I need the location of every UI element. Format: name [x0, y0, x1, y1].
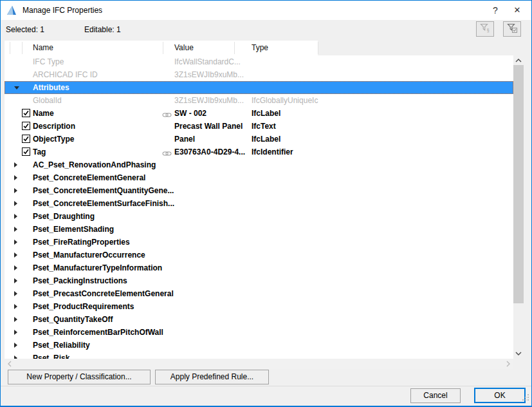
column-header-value[interactable]: Value [174, 41, 194, 55]
pset-group-row[interactable]: Pset_Risk [5, 352, 513, 359]
pset-group-row[interactable]: Pset_ReinforcementBarPitchOfWall [5, 326, 513, 339]
scroll-down-icon[interactable] [513, 350, 524, 357]
group-label: Pset_ConcreteElementQuantityGene... [33, 184, 174, 197]
expand-arrow-icon[interactable] [14, 201, 17, 206]
expand-arrow-icon[interactable] [14, 330, 17, 335]
filter-properties-button[interactable]: § [476, 21, 494, 37]
group-label: Pset_ManufacturerOccurrence [33, 249, 145, 261]
footer-divider [1, 386, 531, 386]
row-checkbox[interactable] [22, 122, 30, 130]
new-property-classification-button[interactable]: New Property / Classification... [8, 370, 151, 384]
group-label: AC_Pset_RenovationAndPhasing [33, 158, 156, 171]
manage-ifc-properties-dialog: Manage IFC Properties ? ✕ Selected: 1 Ed… [0, 0, 532, 407]
property-type: IfcGloballyUniqueIc [252, 94, 318, 107]
property-row[interactable]: NameSW - 002IfcLabel [5, 107, 513, 120]
pset-group-row[interactable]: Attributes [5, 81, 513, 94]
pset-group-row[interactable]: Pset_ElementShading [5, 223, 513, 236]
pset-group-row[interactable]: Pset_Draughting [5, 210, 513, 223]
expand-arrow-icon[interactable] [14, 278, 17, 283]
archicad-logo-icon [6, 5, 17, 15]
funnel-paragraph-icon: § [480, 23, 491, 36]
link-icon [162, 111, 172, 120]
expand-arrow-icon[interactable] [14, 252, 17, 258]
property-name: Description [33, 120, 75, 133]
apply-predefined-rule-button[interactable]: Apply Predefined Rule... [155, 370, 269, 384]
property-row[interactable]: ARCHICAD IFC ID3Z1sEWJIb9xuMb... [5, 68, 513, 81]
pset-group-row[interactable]: Pset_PackingInstructions [5, 274, 513, 287]
property-type: IfcLabel [252, 133, 280, 146]
funnel-checkbox-icon [507, 23, 518, 36]
group-label: Pset_ConcreteElementSurfaceFinish... [33, 197, 174, 210]
property-row[interactable]: ObjectTypePanelIfcLabel [5, 133, 513, 146]
property-value: E30763A0-4D29-4... [174, 146, 245, 158]
table-body: IFC TypeIfcWallStandardC...ARCHICAD IFC … [5, 55, 513, 359]
pset-group-row[interactable]: Pset_ConcreteElementGeneral [5, 171, 513, 184]
property-value: 3Z1sEWJIb9xuMb... [174, 94, 244, 107]
property-value: 3Z1sEWJIb9xuMb... [174, 68, 244, 81]
row-checkbox[interactable] [22, 147, 30, 156]
expand-arrow-icon[interactable] [14, 317, 17, 322]
editable-count-label: Editable: 1 [84, 20, 121, 40]
pset-group-row[interactable]: Pset_FireRatingProperties [5, 236, 513, 249]
filter-checked-button[interactable] [503, 21, 521, 37]
resize-grip[interactable] [522, 392, 529, 403]
property-type: IfcText [252, 120, 276, 133]
group-label: Pset_Draughting [33, 210, 95, 223]
property-name: ARCHICAD IFC ID [33, 68, 98, 81]
property-name: GlobalId [33, 94, 62, 107]
horizontal-scrollbar[interactable] [5, 359, 513, 369]
ok-button[interactable]: OK [474, 388, 526, 403]
property-value: Precast Wall Panel [174, 120, 243, 133]
expand-arrow-icon[interactable] [14, 188, 17, 193]
property-row[interactable]: GlobalId3Z1sEWJIb9xuMb...IfcGloballyUniq… [5, 94, 513, 107]
group-label: Pset_Risk [33, 352, 69, 359]
group-label: Pset_FireRatingProperties [33, 236, 130, 249]
properties-table: Name Value Type IFC TypeIfcWallStandardC… [5, 41, 524, 359]
property-row[interactable]: IFC TypeIfcWallStandardC... [5, 55, 513, 68]
title-bar: Manage IFC Properties ? ✕ [1, 1, 531, 20]
expand-arrow-icon[interactable] [14, 265, 17, 270]
column-header-type[interactable]: Type [252, 41, 268, 55]
row-checkbox[interactable] [22, 109, 30, 117]
pset-group-row[interactable]: Pset_ConcreteElementSurfaceFinish... [5, 197, 513, 210]
column-header-name[interactable]: Name [33, 41, 53, 55]
pset-group-row[interactable]: Pset_ManufacturerOccurrence [5, 249, 513, 261]
expand-arrow-icon[interactable] [14, 240, 17, 245]
pset-group-row[interactable]: AC_Pset_RenovationAndPhasing [5, 158, 513, 171]
property-value: IfcWallStandardC... [174, 55, 241, 68]
expand-arrow-icon[interactable] [14, 175, 17, 180]
scroll-right-icon[interactable] [504, 359, 512, 369]
collapse-arrow-icon[interactable] [14, 86, 19, 90]
property-name: ObjectType [33, 133, 74, 146]
expand-arrow-icon[interactable] [14, 304, 17, 309]
pset-group-row[interactable]: Pset_ProductRequirements [5, 300, 513, 313]
row-checkbox[interactable] [22, 135, 30, 143]
pset-group-row[interactable]: Pset_ConcreteElementQuantityGene... [5, 184, 513, 197]
pset-group-row[interactable]: Pset_PrecastConcreteElementGeneral [5, 287, 513, 300]
close-icon[interactable]: ✕ [506, 1, 529, 20]
dialog-title: Manage IFC Properties [23, 1, 102, 20]
vertical-scrollbar[interactable] [513, 55, 524, 359]
pset-group-row[interactable]: Pset_Reliability [5, 339, 513, 352]
expand-arrow-icon[interactable] [14, 343, 17, 348]
property-value: Panel [174, 133, 195, 146]
group-label: Pset_ConcreteElementGeneral [33, 171, 145, 184]
group-label: Pset_QuantityTakeOff [33, 313, 113, 326]
group-label: Pset_PackingInstructions [33, 274, 127, 287]
scroll-up-icon[interactable] [513, 57, 524, 64]
group-label: Pset_ReinforcementBarPitchOfWall [33, 326, 163, 339]
property-row[interactable]: TagE30763A0-4D29-4...IfcIdentifier [5, 146, 513, 158]
expand-arrow-icon[interactable] [14, 291, 17, 296]
pset-group-row[interactable]: Pset_ManufacturerTypeInformation [5, 261, 513, 274]
expand-arrow-icon[interactable] [14, 227, 17, 232]
pset-group-row[interactable]: Pset_QuantityTakeOff [5, 313, 513, 326]
expand-arrow-icon[interactable] [14, 162, 17, 167]
cancel-button[interactable]: Cancel [410, 388, 461, 403]
group-label: Pset_ElementShading [33, 223, 114, 236]
property-row[interactable]: DescriptionPrecast Wall PanelIfcText [5, 120, 513, 133]
help-button[interactable]: ? [485, 1, 506, 20]
vertical-scrollbar-thumb[interactable] [513, 65, 524, 303]
scroll-left-icon[interactable] [6, 359, 14, 369]
expand-arrow-icon[interactable] [14, 214, 17, 219]
table-header: Name Value Type [5, 41, 524, 55]
